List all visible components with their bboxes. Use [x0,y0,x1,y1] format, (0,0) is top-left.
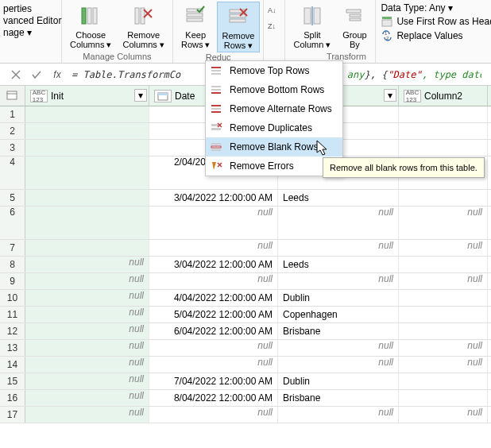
table-row[interactable]: 9nullnullnullnull [0,273,491,290]
cell[interactable]: null [399,340,488,356]
table-row[interactable]: 7nullnullnull [0,240,491,257]
cell[interactable]: null [25,373,149,389]
cell[interactable]: Brisbane [278,390,399,406]
remove-rows-button[interactable]: Remove Rows ▾ [217,2,261,52]
row-number[interactable]: 6 [0,207,25,239]
remove-columns-button[interactable]: Remove Columns ▾ [118,2,168,51]
cell[interactable]: null [399,357,488,373]
column-filter-init[interactable]: ▾ [134,89,147,102]
cell[interactable]: null [278,207,399,239]
table-row[interactable]: 15null7/04/2022 12:00:00 AMDublin [0,373,491,390]
table-row[interactable]: 14nullnullnullnull [0,357,491,373]
table-row[interactable]: 16null8/04/2022 12:00:00 AMBrisbane [0,390,491,407]
choose-columns-button[interactable]: Choose Columns ▾ [65,2,116,51]
cell[interactable] [399,123,488,139]
cell[interactable]: null [25,390,149,406]
cell[interactable]: 3/04/2022 12:00:00 AM [149,257,278,272]
cell[interactable]: null [25,257,149,272]
cell[interactable]: null [25,407,149,423]
table-corner[interactable] [0,86,25,106]
data-type-button[interactable]: Data Type: Any ▾ [379,2,491,14]
fx-icon[interactable]: fx [51,68,64,81]
cell[interactable]: Leeds [278,190,399,206]
cell[interactable] [399,290,488,306]
cell[interactable] [25,156,149,189]
sort-asc-button[interactable]: A↓ [265,3,283,17]
cancel-formula-icon[interactable] [10,68,22,81]
table-row[interactable]: 6nullnullnull [0,207,491,240]
table-row[interactable]: 11null5/04/2022 12:00:00 AMCopenhagen [0,307,491,323]
advanced-editor-fragment[interactable]: vanced Editor [3,15,61,26]
table-row[interactable]: 8null3/04/2022 12:00:00 AMLeeds [0,257,491,273]
accept-formula-icon[interactable] [30,68,43,81]
cell[interactable]: 5/04/2022 12:00:00 AM [149,307,278,322]
cell[interactable]: null [399,240,488,256]
cell[interactable] [25,123,149,139]
cell[interactable] [399,106,488,122]
cell[interactable]: null [149,407,278,423]
cell[interactable]: null [278,273,399,289]
cell[interactable]: null [25,307,149,322]
row-number[interactable]: 17 [0,407,25,423]
cell[interactable] [399,307,488,322]
cell[interactable]: null [25,323,149,339]
cell[interactable] [399,190,488,206]
column-filter-dest[interactable]: ▾ [384,89,396,102]
manage-fragment[interactable]: nage ▾ [3,27,61,38]
cell[interactable]: 8/04/2022 12:00:00 AM [149,390,278,406]
dropdown-item-remove-alternate-rows[interactable]: Remove Alternate Rows [206,99,342,118]
row-number[interactable]: 2 [0,123,25,139]
cell[interactable] [399,390,488,406]
cell[interactable]: Leeds [278,257,399,272]
cell[interactable]: 7/04/2022 12:00:00 AM [149,373,278,389]
keep-rows-button[interactable]: Keep Rows ▾ [176,2,215,52]
row-number[interactable]: 7 [0,240,25,256]
cell[interactable]: null [25,290,149,306]
cell[interactable] [399,373,488,389]
cell[interactable]: null [149,207,278,239]
cell[interactable]: null [278,340,399,356]
cell[interactable]: 6/04/2022 12:00:00 AM [149,323,278,339]
column-header-column2[interactable]: ABC123 Column2 [399,86,488,106]
cell[interactable]: Dublin [278,373,399,389]
column-header-init[interactable]: ABC123 Init ▾ [25,86,149,106]
cell[interactable] [399,140,488,156]
dropdown-item-remove-duplicates[interactable]: Remove Duplicates [206,118,342,137]
cell[interactable] [25,240,149,256]
row-number[interactable]: 13 [0,340,25,356]
cell[interactable]: 4/04/2022 12:00:00 AM [149,290,278,306]
cell[interactable] [25,106,149,122]
table-row[interactable]: 17nullnullnullnull [0,407,491,423]
row-number[interactable]: 9 [0,273,25,289]
row-number[interactable]: 16 [0,390,25,406]
split-column-button[interactable]: Split Column ▾ [288,2,335,51]
cell[interactable]: null [399,207,488,239]
table-row[interactable]: 10null4/04/2022 12:00:00 AMDublin [0,290,491,307]
table-row[interactable]: 13nullnullnullnull [0,340,491,357]
dropdown-item-remove-top-rows[interactable]: Remove Top Rows [206,61,342,80]
cell[interactable]: null [278,407,399,423]
replace-values-button[interactable]: 12 Replace Values [379,29,491,43]
row-number[interactable]: 5 [0,190,25,206]
cell[interactable]: 3/04/2022 12:00:00 AM [149,190,278,206]
dropdown-item-remove-bottom-rows[interactable]: Remove Bottom Rows [206,80,342,99]
row-number[interactable]: 14 [0,357,25,373]
cell[interactable]: null [25,340,149,356]
cell[interactable]: null [149,240,278,256]
row-number[interactable]: 10 [0,290,25,306]
cell[interactable] [25,140,149,156]
table-row[interactable]: 53/04/2022 12:00:00 AMLeeds [0,190,491,207]
cell[interactable]: Copenhagen [278,307,399,322]
cell[interactable]: null [278,357,399,373]
cell[interactable]: null [25,273,149,289]
row-number[interactable]: 12 [0,323,25,339]
properties-fragment[interactable]: perties [3,3,61,14]
cell[interactable] [25,207,149,239]
cell[interactable] [399,323,488,339]
cell[interactable] [25,190,149,206]
cell[interactable]: null [278,240,399,256]
cell[interactable]: null [25,357,149,373]
sort-desc-button[interactable]: Z↓ [265,19,283,33]
row-number[interactable]: 4 [0,156,25,189]
row-number[interactable]: 8 [0,257,25,272]
